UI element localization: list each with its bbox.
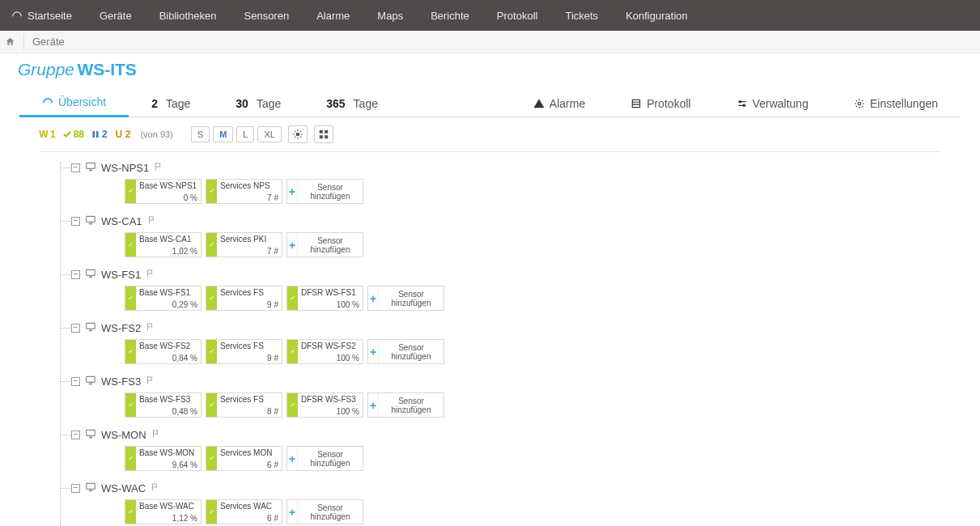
device-header[interactable]: −WS-WAC [71, 479, 948, 497]
nav-item-startseite[interactable]: Startseite [5, 0, 93, 31]
device-node: −WS-FS2Base WS-FS20,84 %Services FS9 #DF… [60, 319, 948, 364]
sensor-value: 1,12 % [139, 514, 197, 523]
size-m[interactable]: M [213, 126, 233, 142]
size-xl[interactable]: XL [257, 126, 281, 142]
collapse-icon[interactable]: − [71, 217, 80, 226]
stat-warning[interactable]: W1 [39, 129, 56, 140]
device-name[interactable]: WS-CA1 [101, 215, 142, 227]
nav-item-bibliotheken[interactable]: Bibliotheken [153, 0, 238, 31]
nav-item-sensoren[interactable]: Sensoren [238, 0, 311, 31]
collapse-icon[interactable]: − [71, 377, 80, 386]
sensor-value: 0,84 % [139, 354, 197, 363]
collapse-icon[interactable]: − [71, 484, 80, 493]
nav-item-konfiguration[interactable]: Konfiguration [619, 0, 709, 31]
sensor-name: DFSR WS-FS1 [301, 288, 359, 297]
sensor-tile[interactable]: Services FS9 # [206, 339, 282, 364]
tab-einstellungen[interactable]: Einstellungen [831, 89, 961, 117]
flag-icon[interactable] [146, 375, 155, 388]
add-sensor-button[interactable]: +Sensorhinzufügen [367, 286, 444, 311]
sensor-tile[interactable]: Base WS-CA11,02 % [125, 232, 202, 257]
tab-30-days[interactable]: 30Tage [213, 89, 303, 117]
nav-item-alarme[interactable]: Alarme [310, 0, 371, 31]
collapse-icon[interactable]: − [71, 431, 80, 439]
tab-alarms[interactable]: Alarme [511, 89, 608, 117]
gear-icon[interactable] [288, 125, 308, 143]
size-l[interactable]: L [236, 126, 254, 142]
grid-icon[interactable] [314, 125, 333, 143]
add-sensor-button[interactable]: +Sensorhinzufügen [286, 499, 363, 524]
device-header[interactable]: −WS-CA1 [71, 212, 948, 230]
check-icon [206, 500, 217, 524]
device-header[interactable]: −WS-FS3 [71, 372, 948, 390]
device-name[interactable]: WS-NPS1 [101, 162, 149, 174]
sensor-tile[interactable]: Services WAC6 # [206, 499, 282, 524]
device-node: −WS-FS3Base WS-FS30,48 %Services FS8 #DF… [60, 372, 948, 418]
sensor-tile[interactable]: Base WS-NPS10 % [125, 179, 202, 204]
stat-paused[interactable]: 2 [91, 129, 108, 140]
tab-365-days[interactable]: 365Tage [303, 89, 401, 117]
device-name[interactable]: WS-FS2 [101, 322, 141, 334]
add-sensor-button[interactable]: +Sensorhinzufügen [286, 446, 363, 471]
sensor-name: Services FS [220, 288, 278, 297]
sensor-tile[interactable]: Services FS9 # [206, 286, 282, 311]
sensor-tile[interactable]: Base WS-FS20,84 % [125, 339, 202, 364]
tab-overview[interactable]: Übersicht [19, 87, 129, 117]
sensor-tile[interactable]: DFSR WS-FS3100 % [286, 392, 363, 418]
sensor-tile[interactable]: Base WS-FS30,48 % [125, 392, 202, 418]
sensor-tile[interactable]: DFSR WS-FS1100 % [286, 286, 363, 311]
tab-protokoll[interactable]: Protokoll [608, 89, 713, 117]
nav-item-berichte[interactable]: Berichte [424, 0, 490, 31]
sensor-tile[interactable]: DFSR WS-FS2100 % [286, 339, 363, 364]
collapse-icon[interactable]: − [71, 163, 80, 172]
svg-point-6 [296, 133, 299, 136]
breadcrumb-current[interactable]: Geräte [32, 36, 65, 48]
device-header[interactable]: −WS-FS1 [71, 265, 948, 283]
nav-item-maps[interactable]: Maps [371, 0, 424, 31]
flag-icon[interactable] [151, 482, 160, 494]
device-header[interactable]: −WS-NPS1 [71, 159, 948, 176]
status-bar: W1 88 2 U2 (von 93) S M L XL [0, 117, 980, 148]
collapse-icon[interactable]: − [71, 270, 80, 279]
add-sensor-button[interactable]: +Sensorhinzufügen [367, 339, 444, 364]
stat-unknown[interactable]: U2 [114, 129, 131, 140]
sensor-tile[interactable]: Services MON6 # [206, 446, 282, 471]
nav-item-geräte[interactable]: Geräte [93, 0, 153, 31]
check-icon [206, 233, 217, 257]
collapse-icon[interactable]: − [71, 324, 80, 333]
flag-icon[interactable] [147, 215, 157, 227]
nav-item-tickets[interactable]: Tickets [558, 0, 619, 31]
flag-icon[interactable] [146, 269, 155, 281]
svg-rect-7 [320, 130, 323, 134]
sensor-tile[interactable]: Services PKI7 # [206, 232, 282, 257]
stat-ok[interactable]: 88 [62, 129, 84, 140]
sensor-tile[interactable]: Base WS-WAC1,12 % [125, 499, 202, 524]
sensor-tile[interactable]: Services NPS7 # [206, 179, 282, 204]
sensor-name: DFSR WS-FS2 [301, 341, 359, 350]
device-node: −WS-NPS1Base WS-NPS10 %Services NPS7 #+S… [60, 159, 948, 204]
sensor-tile[interactable]: Base WS-MON9,64 % [125, 446, 202, 471]
nav-item-protokoll[interactable]: Protokoll [490, 0, 559, 31]
sensor-tile[interactable]: Services FS8 # [206, 392, 282, 418]
device-header[interactable]: −WS-FS2 [71, 319, 948, 337]
flag-icon[interactable] [154, 162, 163, 174]
tab-verwaltung[interactable]: Verwaltung [714, 89, 831, 117]
home-icon[interactable] [5, 34, 24, 50]
add-sensor-button[interactable]: +Sensorhinzufügen [286, 179, 363, 204]
sensor-row: Base WS-CA11,02 %Services PKI7 #+Sensorh… [125, 232, 948, 257]
tab-2-days[interactable]: 2Tage [129, 89, 213, 117]
sensor-value: 6 # [220, 460, 278, 469]
size-s[interactable]: S [191, 126, 210, 142]
device-name[interactable]: WS-WAC [101, 482, 146, 494]
svg-rect-9 [320, 135, 323, 138]
device-name[interactable]: WS-FS3 [101, 375, 141, 388]
device-header[interactable]: −WS-MON [71, 426, 948, 443]
add-sensor-button[interactable]: +Sensorhinzufügen [286, 232, 363, 257]
check-icon [206, 393, 217, 417]
device-node: −WS-CA1Base WS-CA11,02 %Services PKI7 #+… [60, 212, 948, 257]
flag-icon[interactable] [146, 322, 155, 334]
sensor-tile[interactable]: Base WS-FS10,29 % [125, 286, 202, 311]
device-name[interactable]: WS-FS1 [101, 269, 141, 281]
device-name[interactable]: WS-MON [101, 429, 146, 441]
flag-icon[interactable] [151, 429, 161, 441]
add-sensor-button[interactable]: +Sensorhinzufügen [367, 392, 444, 418]
